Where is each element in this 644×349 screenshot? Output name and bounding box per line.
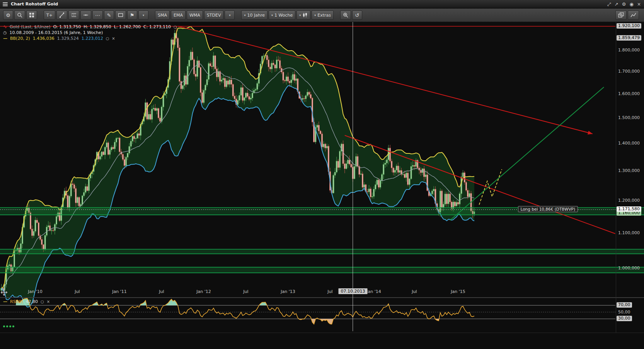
wma-button[interactable]: WMA — [187, 10, 203, 20]
popout-icon[interactable]: ↗ — [615, 0, 618, 8]
trendline-tool-button[interactable] — [56, 10, 67, 20]
stdev-label: STDEV — [207, 13, 221, 18]
close-icon[interactable]: × — [637, 0, 641, 8]
instrument-icon: ∿ — [3, 24, 7, 30]
bb-remove-icon[interactable]: × — [112, 36, 115, 41]
crosshair-date-tag: 07.10.2013 — [339, 288, 368, 294]
bb-visibility-toggle[interactable]: ○ — [106, 36, 109, 41]
bb-color-swatch: — — [3, 36, 7, 41]
horizontal-line-icon — [83, 12, 89, 18]
chart-settings-button[interactable]: ⚙ — [3, 10, 13, 20]
close-value: C: 1.273,110 — [143, 24, 171, 30]
indicator-dropdown[interactable]: ▾ — [225, 10, 235, 20]
draw-tools-dropdown[interactable]: ▾ — [138, 10, 148, 20]
ema-button[interactable]: EMA — [171, 10, 186, 20]
rsi-color-swatch: — — [3, 299, 7, 304]
zigzag-annotation[interactable] — [479, 169, 502, 205]
range-dropdown[interactable]: ▾10 Jahre — [241, 10, 267, 20]
instrument-legend-row: ∿ Gold (Last, $/Unze) O: 1.313,750 H: 1.… — [3, 24, 177, 30]
chart-type-button[interactable] — [628, 10, 639, 20]
wma-label: WMA — [189, 13, 200, 18]
zoom-history-group: ↺ — [340, 10, 363, 20]
indicator-buttons-group: SMA EMA WMA STDEV ▾ — [155, 10, 236, 20]
zoom-tool-button[interactable] — [14, 10, 25, 20]
chevron-down-icon: ▾ — [271, 14, 273, 17]
stdev-button[interactable]: STDEV — [204, 10, 224, 20]
chart-legend: ∿ Gold (Last, $/Unze) O: 1.313,750 H: 1.… — [3, 24, 177, 41]
series-visibility-toggle[interactable]: ○ — [174, 24, 177, 30]
status-dots — [3, 325, 14, 327]
sma-label: SMA — [158, 13, 167, 18]
up-trendline[interactable] — [450, 87, 604, 220]
price-chart-canvas[interactable] — [0, 22, 644, 349]
view-tools-group: ⚙ — [3, 10, 38, 20]
menu-icon[interactable] — [3, 2, 8, 6]
zoom-in-button[interactable] — [340, 10, 351, 20]
rsi-value: 42,80 — [26, 299, 38, 304]
rsi-legend: — RSI(9) 42,80 ○ × — [3, 299, 50, 304]
rsi-overbought-fill — [165, 299, 178, 305]
layout-grid-button[interactable] — [26, 10, 37, 20]
chart-style-dropdown[interactable]: ▾ — [296, 10, 310, 20]
support-zone-3[interactable] — [0, 267, 644, 273]
bb-band-fill — [2, 27, 475, 307]
rsi-remove-icon[interactable]: × — [47, 300, 50, 304]
instrument-name: Gold (Last, $/Unze) — [10, 24, 51, 30]
range-label: 10 Jahre — [247, 13, 265, 18]
grid-icon — [29, 12, 34, 18]
undo-button[interactable]: ↺ — [352, 10, 362, 20]
draw-tools-group: T+ ⋯ ✎ ⚑ ▾ — [44, 10, 150, 20]
rsi-name: RSI(9) — [10, 299, 23, 304]
titlebar-icons: ⤢ ↗ ⚙ ◉ × — [607, 0, 644, 8]
position-order-label[interactable]: Long bei 10,86€ (DT8WVP) — [518, 206, 578, 212]
high-value: H: 1.329,850 — [83, 24, 111, 30]
bb-name: BB(20, 2) — [10, 36, 30, 41]
chevron-down-icon: ▾ — [299, 14, 301, 17]
panel-move-handle-icon[interactable] — [1, 289, 7, 296]
interval-label: 1 Woche — [274, 13, 293, 18]
compare-button[interactable] — [615, 10, 627, 20]
support-zone-2[interactable] — [0, 249, 644, 254]
trendline-icon — [59, 12, 65, 18]
text-tool-button[interactable]: T+ — [44, 10, 55, 20]
chevron-down-icon: ▾ — [143, 14, 144, 17]
flag-icon: ⚑ — [130, 13, 135, 18]
gear-icon: ⚙ — [6, 13, 10, 18]
flag-tool-button[interactable]: ⚑ — [127, 10, 137, 20]
rectangle-tool-button[interactable] — [115, 10, 126, 20]
open-value: O: 1.313,750 — [53, 24, 81, 30]
bb-middle-value: 1.329,524 — [57, 36, 79, 41]
extras-dropdown[interactable]: ▾Extras — [312, 10, 334, 20]
fullscreen-icon[interactable]: ⤢ — [607, 0, 611, 8]
freehand-tool-button[interactable]: ✎ — [104, 10, 114, 20]
horizontal-line-tool-button[interactable] — [80, 10, 91, 20]
extras-label: Extras — [317, 13, 331, 18]
low-value: L: 1.262,700 — [114, 24, 141, 30]
clock-icon: ◷ — [3, 30, 7, 36]
settings-gear-icon[interactable]: ⚙ — [622, 0, 626, 8]
rectangle-icon — [118, 12, 123, 18]
undo-icon: ↺ — [355, 13, 359, 18]
bb-legend-row: — BB(20, 2) 1.436,036 1.329,524 1.223,01… — [3, 36, 177, 41]
fib-retracement-icon — [71, 12, 77, 18]
right-tools-group — [615, 10, 640, 20]
chevron-down-icon: ▾ — [229, 14, 230, 17]
dots-icon: ⋯ — [95, 13, 100, 18]
more-tools-button[interactable]: ⋯ — [92, 10, 103, 20]
bb-upper-value: 1.436,036 — [33, 36, 55, 41]
record-icon[interactable]: ◉ — [629, 0, 633, 8]
pencil-icon: ✎ — [107, 13, 111, 18]
line-chart-icon — [630, 12, 636, 18]
fibonacci-tool-button[interactable] — [68, 10, 79, 20]
compare-icon — [618, 12, 624, 18]
chevron-down-icon: ▾ — [244, 14, 245, 17]
text-tool-label: T+ — [46, 13, 53, 18]
sma-button[interactable]: SMA — [155, 10, 170, 20]
date-range-row: ◷ 10.08.2009 - 16.03.2015 (6 Jahre, 1 Wo… — [3, 30, 177, 36]
chevron-down-icon: ▾ — [314, 14, 316, 17]
chart-toolbar: ⚙ T+ ⋯ ✎ ⚑ ▾ SMA EMA WMA STDEV ▾ ▾10 — [0, 9, 644, 22]
window-title: Chart Rohstoff Gold — [11, 2, 58, 7]
candlestick-icon — [302, 12, 308, 18]
interval-dropdown[interactable]: ▾1 Woche — [269, 10, 295, 20]
rsi-visibility-toggle[interactable]: ○ — [41, 300, 44, 304]
